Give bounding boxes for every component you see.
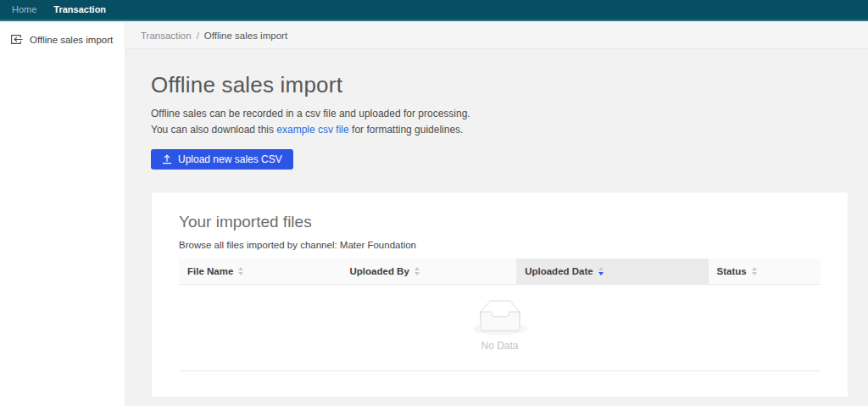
sort-icon — [238, 267, 243, 275]
table-empty-state: No Data — [179, 284, 821, 370]
column-header-status[interactable]: Status — [709, 259, 821, 285]
description-line2-prefix: You can also download this — [151, 124, 276, 136]
example-csv-link[interactable]: example csv file — [276, 124, 348, 136]
import-icon — [10, 34, 23, 45]
nav-item-home[interactable]: Home — [12, 0, 36, 19]
column-header-file-name[interactable]: File Name — [179, 259, 342, 285]
sort-icon — [415, 267, 420, 275]
page-content: Offline sales import Offline sales can b… — [125, 73, 868, 398]
card-subtitle: Browse all files imported by channel: Ma… — [179, 240, 821, 250]
caret-up-icon — [415, 267, 420, 270]
sidebar-item-label: Offline sales import — [30, 35, 113, 45]
upload-csv-button[interactable]: Upload new sales CSV — [151, 149, 293, 170]
breadcrumb: Transaction / Offline sales import — [125, 23, 868, 49]
caret-down-icon — [415, 272, 420, 275]
sidebar: Offline sales import — [0, 23, 125, 406]
breadcrumb-separator: / — [197, 31, 199, 41]
description-line-2: You can also download this example csv f… — [151, 122, 849, 138]
sort-icon — [598, 267, 604, 275]
page-title: Offline sales import — [151, 73, 849, 98]
description-line2-suffix: for formatting guidelines. — [349, 124, 464, 136]
upload-button-label: Upload new sales CSV — [178, 153, 282, 165]
column-label: Uploaded Date — [525, 266, 593, 276]
table-header-row: File Name Uploaded By — [179, 259, 821, 285]
empty-inbox-icon — [179, 300, 821, 335]
table-empty-row: No Data — [179, 284, 821, 370]
column-label: Status — [717, 266, 747, 276]
caret-up-icon — [752, 267, 757, 270]
caret-up-icon — [238, 267, 243, 270]
caret-down-icon — [238, 272, 243, 275]
main-area: Transaction / Offline sales import Offli… — [125, 23, 868, 406]
description-line-1: Offline sales can be recorded in a csv f… — [151, 106, 849, 122]
card-title: Your imported files — [179, 213, 821, 231]
column-header-uploaded-by[interactable]: Uploaded By — [342, 259, 517, 285]
column-label: Uploaded By — [350, 266, 409, 276]
column-label: File Name — [187, 266, 233, 276]
imported-files-card: Your imported files Browse all files imp… — [151, 192, 849, 398]
upload-icon — [162, 154, 172, 164]
empty-text: No Data — [179, 340, 821, 352]
top-nav: Home Transaction — [0, 0, 868, 21]
nav-item-transaction[interactable]: Transaction — [53, 0, 106, 19]
caret-down-icon — [598, 272, 604, 275]
page-description: Offline sales can be recorded in a csv f… — [151, 106, 849, 138]
breadcrumb-item-transaction[interactable]: Transaction — [141, 31, 192, 41]
imported-files-table: File Name Uploaded By — [179, 259, 821, 371]
column-header-uploaded-date[interactable]: Uploaded Date — [516, 259, 708, 285]
breadcrumb-item-current: Offline sales import — [204, 31, 287, 41]
caret-up-icon — [598, 267, 604, 270]
caret-down-icon — [752, 272, 757, 275]
sort-icon — [752, 267, 757, 275]
sidebar-item-offline-sales-import[interactable]: Offline sales import — [0, 23, 125, 56]
